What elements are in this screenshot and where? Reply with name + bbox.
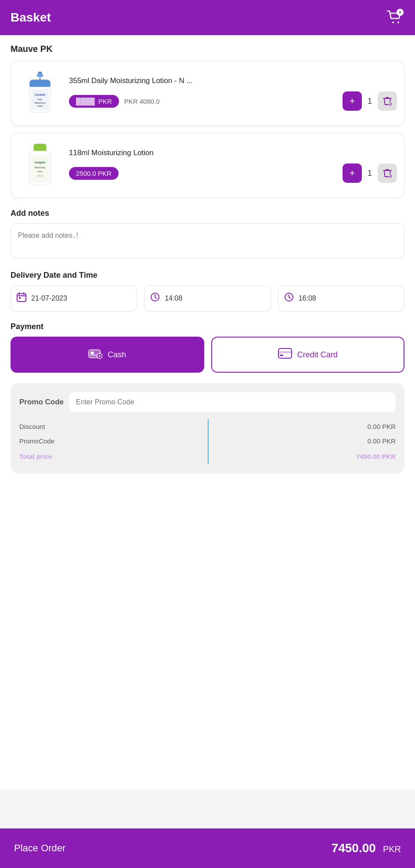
payment-row: Cash Credit Card <box>11 337 404 373</box>
notes-label: Add notes <box>11 209 404 218</box>
svg-text:Daily: Daily <box>38 98 43 101</box>
qty-delete-button-2[interactable]: ↺ <box>378 163 397 183</box>
price-original-1: PKR 4080.0 <box>124 98 160 105</box>
total-price-label: Total price <box>19 453 52 460</box>
svg-text:Lotion: Lotion <box>37 105 43 107</box>
total-price-display: 7450.00 PKR <box>332 841 401 855</box>
price-row-1: ████ PKR PKR 4080.0 + 1 ↺ <box>69 91 397 111</box>
clock-icon-start <box>150 292 160 305</box>
payment-label: Payment <box>11 322 404 331</box>
svg-rect-3 <box>37 74 43 76</box>
promo-row: Promo Code <box>19 392 396 412</box>
delivery-date-picker[interactable]: 21-07-2023 <box>11 285 137 312</box>
delivery-label: Delivery Date and Time <box>11 271 404 280</box>
svg-rect-24 <box>17 294 26 301</box>
promo-code-input[interactable] <box>69 392 396 412</box>
svg-text:Lotion: Lotion <box>37 171 43 173</box>
cart-button[interactable]: + <box>385 8 404 27</box>
price-currency-1: PKR <box>98 98 112 105</box>
promo-details: Discount 0.00 PKR PromoCode 0.00 PKR Tot… <box>19 419 396 465</box>
bottom-bar[interactable]: Place Order 7450.00 PKR <box>0 828 415 868</box>
promo-code-label: Promo Code <box>19 398 64 407</box>
credit-card-payment-button[interactable]: Credit Card <box>211 337 405 373</box>
svg-rect-34 <box>280 355 283 356</box>
svg-rect-15 <box>33 144 46 152</box>
delivery-time-end-text: 16:08 <box>299 294 316 302</box>
discount-row: Discount 0.00 PKR <box>19 419 396 434</box>
promocode-label: PromoCode <box>19 437 54 445</box>
svg-rect-33 <box>278 351 292 353</box>
qty-add-button-2[interactable]: + <box>343 163 362 183</box>
delivery-row: 21-07-2023 14:08 16:08 <box>11 285 404 312</box>
store-name: Mauve PK <box>11 44 404 54</box>
discount-value: 0.00 PKR <box>368 423 396 430</box>
price-badge-1: ████ PKR <box>69 95 119 108</box>
app-header: Basket + <box>0 0 415 35</box>
product-name-2: 118ml Moisturizing Lotion <box>69 149 397 157</box>
main-content: Mauve PK CeraVe Daily Moisturizing Lotio… <box>0 35 415 790</box>
cash-icon <box>88 347 102 362</box>
calendar-icon <box>16 292 27 305</box>
svg-text:Moisturizing: Moisturizing <box>35 102 46 104</box>
total-price-value: 7450.00 PKR <box>356 453 396 460</box>
cash-label: Cash <box>108 350 126 360</box>
page-title: Basket <box>11 11 51 25</box>
product-card-2: Cetaphil Moisturizing Lotion 118 ml 118m… <box>11 133 404 198</box>
promo-total-row: Total price 7450.00 PKR <box>19 448 396 465</box>
place-order-amount: 7450.00 <box>332 841 376 855</box>
cart-plus-icon: + <box>397 9 404 16</box>
svg-text:Moisturizing: Moisturizing <box>35 167 46 169</box>
svg-text:↺: ↺ <box>389 102 392 106</box>
card-label: Credit Card <box>297 350 338 360</box>
price-strikethrough-1: ████ <box>76 98 95 105</box>
svg-rect-25 <box>19 297 21 299</box>
qty-control-1: + 1 ↺ <box>343 91 397 111</box>
plus-icon-1: + <box>350 96 355 106</box>
trash-icon-2: ↺ <box>383 168 392 178</box>
product-name-1: 355ml Daily Moisturizing Lotion - N ... <box>69 76 397 85</box>
trash-icon-1: ↺ <box>383 96 392 106</box>
product-image-1: CeraVe Daily Moisturizing Lotion <box>18 69 62 118</box>
cash-payment-button[interactable]: Cash <box>11 337 204 373</box>
price-row-2: 2500.0 PKR + 1 ↺ <box>69 163 397 183</box>
place-order-label: Place Order <box>14 843 65 854</box>
product-image-2: Cetaphil Moisturizing Lotion 118 ml <box>18 142 62 190</box>
qty-control-2: + 1 ↺ <box>343 163 397 183</box>
product-info-1: 355ml Daily Moisturizing Lotion - N ... … <box>69 76 397 111</box>
svg-text:↺: ↺ <box>389 174 392 178</box>
qty-number-2: 1 <box>362 169 378 178</box>
svg-rect-7 <box>29 84 50 87</box>
svg-point-0 <box>392 22 394 23</box>
product-info-2: 118ml Moisturizing Lotion 2500.0 PKR + 1… <box>69 149 397 183</box>
svg-point-1 <box>397 22 399 23</box>
discount-label: Discount <box>19 423 45 430</box>
qty-delete-button-1[interactable]: ↺ <box>378 91 397 111</box>
price-badge-2: 2500.0 PKR <box>69 167 119 180</box>
cerave-bottle-svg: CeraVe Daily Moisturizing Lotion <box>22 72 58 116</box>
delivery-date-text: 21-07-2023 <box>31 294 67 302</box>
plus-icon-2: + <box>350 168 355 178</box>
promocode-row: PromoCode 0.00 PKR <box>19 434 396 448</box>
svg-rect-29 <box>90 352 94 354</box>
promo-section: Promo Code Discount 0.00 PKR PromoCode 0… <box>11 383 404 473</box>
svg-rect-2 <box>38 72 42 75</box>
notes-input[interactable] <box>11 223 404 258</box>
svg-text:118 ml: 118 ml <box>37 175 43 177</box>
cetaphil-bottle-svg: Cetaphil Moisturizing Lotion 118 ml <box>24 144 56 188</box>
qty-number-1: 1 <box>362 97 378 106</box>
qty-add-button-1[interactable]: + <box>343 91 362 111</box>
svg-text:CeraVe: CeraVe <box>35 93 46 97</box>
delivery-time-start-text: 14:08 <box>165 294 182 302</box>
place-order-currency: PKR <box>383 844 401 854</box>
credit-card-icon <box>278 348 292 361</box>
promocode-value: 0.00 PKR <box>368 437 396 445</box>
svg-text:Cetaphil: Cetaphil <box>34 161 45 164</box>
product-card-1: CeraVe Daily Moisturizing Lotion 355ml D… <box>11 61 404 126</box>
delivery-time-end-picker[interactable]: 16:08 <box>278 285 404 312</box>
delivery-time-start-picker[interactable]: 14:08 <box>144 285 271 312</box>
clock-icon-end <box>284 292 294 305</box>
